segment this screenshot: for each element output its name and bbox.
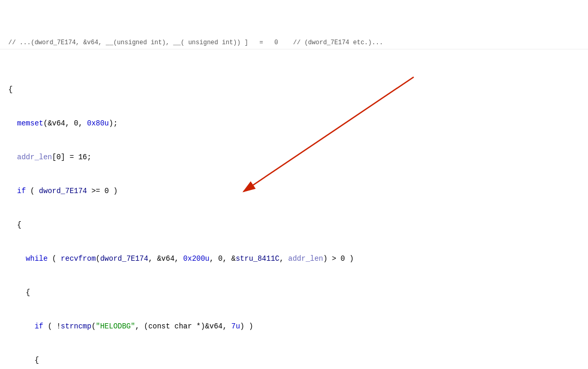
code-line-4: if ( dword_7E174 >= 0 ) xyxy=(0,186,588,197)
code-line-1: { xyxy=(0,84,588,96)
code-line-8: if ( !strncmp("HELODBG", (const char *)&… xyxy=(0,321,588,333)
code-line-3: addr_len[0] = 16; xyxy=(0,152,588,163)
code-container: // ...(dword_7E174, &v64, __(unsigned in… xyxy=(0,0,588,369)
truncated-line: // ...(dword_7E174, &v64, __(unsigned in… xyxy=(0,38,588,49)
code-line-9: { xyxy=(0,355,588,366)
code-line-2: memset(&v64, 0, 0x80u); xyxy=(0,118,588,130)
code-line-5: { xyxy=(0,220,588,231)
code-line-6: while ( recvfrom(dword_7E174, &v64, 0x20… xyxy=(0,253,588,265)
code-block: // ...(dword_7E174, &v64, __(unsigned in… xyxy=(0,0,588,369)
code-line-7: { xyxy=(0,287,588,299)
